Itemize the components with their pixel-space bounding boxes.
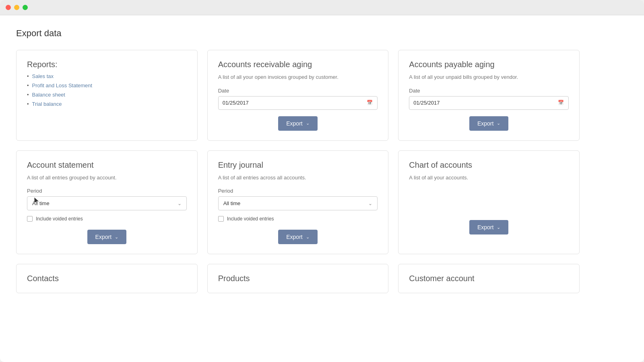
account-statement-export-button[interactable]: Export ⌄ — [87, 230, 126, 244]
trial-balance-link[interactable]: Trial balance — [32, 101, 62, 107]
accounts-payable-date-input[interactable]: 01/25/2017 📅 — [409, 96, 569, 110]
list-item: Profit and Loss Statement — [27, 82, 187, 88]
chart-of-accounts-export-button[interactable]: Export ⌄ — [469, 220, 508, 234]
calendar-icon: 📅 — [367, 100, 373, 106]
entry-journal-voided-row: Include voided entries — [218, 216, 378, 222]
account-statement-card: Account statement A list of all entries … — [16, 150, 198, 255]
products-card: Products — [207, 264, 389, 293]
export-chevron-icon: ⌄ — [497, 121, 500, 126]
balance-sheet-link[interactable]: Balance sheet — [32, 92, 65, 98]
accounts-payable-date-value: 01/25/2017 — [413, 100, 440, 106]
accounts-receivable-title: Accounts receivable aging — [218, 60, 378, 69]
profit-loss-link[interactable]: Profit and Loss Statement — [32, 82, 93, 88]
reports-card: Reports: Sales tax Profit and Loss State… — [16, 50, 198, 141]
accounts-payable-export-button[interactable]: Export ⌄ — [469, 116, 508, 131]
account-statement-voided-row: Include voided entries — [27, 216, 187, 222]
bottom-cards-grid: Account statement A list of all entries … — [16, 150, 580, 255]
accounts-payable-btn-row: Export ⌄ — [409, 116, 569, 131]
accounts-receivable-date-input[interactable]: 01/25/2017 📅 — [218, 96, 378, 110]
accounts-receivable-description: A list of all your open invoices grouped… — [218, 73, 378, 81]
entry-journal-description: A list of all entries across all account… — [218, 174, 378, 182]
reports-card-title: Reports: — [27, 60, 187, 69]
accounts-payable-date-label: Date — [409, 88, 569, 94]
entry-journal-period-label: Period — [218, 188, 378, 194]
export-chevron-icon: ⌄ — [306, 121, 310, 126]
accounts-receivable-card: Accounts receivable aging A list of all … — [207, 50, 389, 141]
page-content: Export data Reports: Sales tax Profit an… — [0, 15, 644, 306]
account-statement-period-select[interactable]: All time ⌄ — [27, 196, 187, 210]
chevron-down-icon: ⌄ — [368, 201, 372, 206]
accounts-receivable-date-value: 01/25/2017 — [223, 100, 249, 106]
report-links-list: Sales tax Profit and Loss Statement Bala… — [27, 73, 187, 107]
accounts-receivable-date-label: Date — [218, 88, 378, 94]
list-item: Balance sheet — [27, 92, 187, 98]
close-button[interactable] — [6, 5, 11, 10]
list-item: Sales tax — [27, 73, 187, 79]
entry-journal-period-select[interactable]: All time ⌄ — [218, 196, 378, 210]
app-window: Export data Reports: Sales tax Profit an… — [0, 0, 644, 362]
account-statement-description: A list of all entries grouped by account… — [27, 174, 187, 182]
contacts-card: Contacts — [16, 264, 198, 293]
chart-of-accounts-title: Chart of accounts — [409, 160, 569, 170]
export-chevron-icon: ⌄ — [115, 234, 118, 240]
chart-of-accounts-btn-row: Export ⌄ — [409, 220, 569, 234]
accounts-payable-title: Accounts payable aging — [409, 60, 569, 69]
customer-account-card-title: Customer account — [409, 274, 569, 283]
entry-journal-voided-label: Include voided entries — [227, 216, 274, 222]
list-item: Trial balance — [27, 101, 187, 107]
entry-journal-card: Entry journal A list of all entries acro… — [207, 150, 389, 255]
accounts-payable-card: Accounts payable aging A list of all you… — [398, 50, 580, 141]
maximize-button[interactable] — [23, 5, 28, 10]
calendar-icon: 📅 — [558, 100, 564, 106]
entry-journal-period-value: All time — [223, 200, 241, 206]
accounts-receivable-btn-row: Export ⌄ — [218, 116, 378, 131]
account-statement-voided-checkbox[interactable] — [27, 216, 33, 222]
entry-journal-export-button[interactable]: Export ⌄ — [278, 230, 317, 244]
sales-tax-link[interactable]: Sales tax — [32, 73, 54, 79]
accounts-receivable-export-button[interactable]: Export ⌄ — [278, 116, 317, 131]
partial-cards-grid: Contacts Products Customer account — [16, 264, 580, 293]
account-statement-period-label: Period — [27, 188, 187, 194]
products-card-title: Products — [218, 274, 378, 283]
account-statement-voided-label: Include voided entries — [36, 216, 83, 222]
entry-journal-btn-row: Export ⌄ — [218, 230, 378, 244]
chevron-down-icon: ⌄ — [178, 201, 182, 206]
page-title: Export data — [16, 28, 628, 39]
account-statement-btn-row: Export ⌄ — [27, 230, 187, 244]
chart-of-accounts-card: Chart of accounts A list of all your acc… — [398, 150, 580, 255]
entry-journal-title: Entry journal — [218, 160, 378, 170]
contacts-card-title: Contacts — [27, 274, 187, 283]
export-chevron-icon: ⌄ — [306, 234, 310, 240]
minimize-button[interactable] — [14, 5, 19, 10]
account-statement-title: Account statement — [27, 160, 187, 170]
top-cards-grid: Reports: Sales tax Profit and Loss State… — [16, 50, 580, 141]
accounts-payable-description: A list of all your unpaid bills grouped … — [409, 73, 569, 81]
titlebar — [0, 0, 644, 15]
customer-account-card: Customer account — [398, 264, 580, 293]
chart-of-accounts-description: A list of all your accounts. — [409, 174, 569, 182]
export-chevron-icon: ⌄ — [497, 225, 500, 230]
account-statement-period-value: All time — [32, 200, 50, 206]
entry-journal-voided-checkbox[interactable] — [218, 216, 224, 222]
